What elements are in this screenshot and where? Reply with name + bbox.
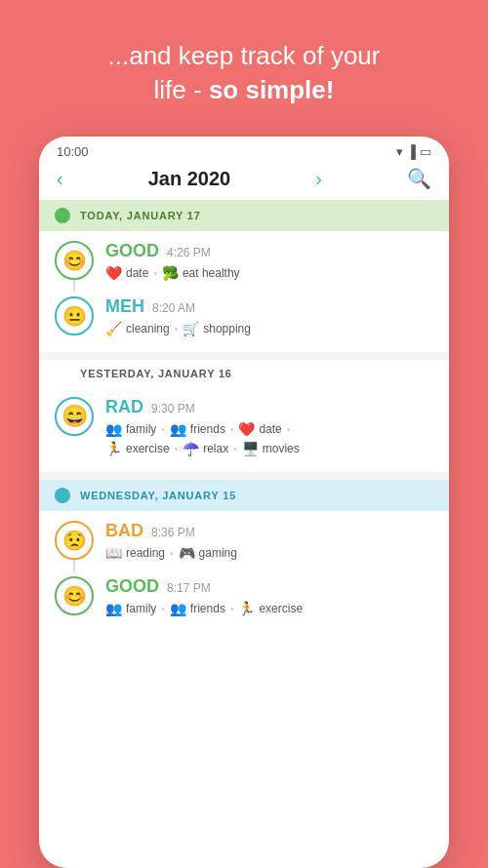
signal-icon: ▐ <box>407 144 416 159</box>
tag-label-eat: eat healthy <box>183 266 240 280</box>
month-title: Jan 2020 <box>148 168 231 190</box>
today-entries: 😊 GOOD 4:26 PM ❤️ date • 🥦 eat healthy <box>39 231 449 352</box>
entry-content-meh: MEH 8:20 AM 🧹 cleaning • 🛒 shopping <box>105 296 433 336</box>
tags-rad-2: 🏃 exercise • ☂️ relax • 🖥️ movies <box>105 441 433 456</box>
tag-label-friends: friends <box>190 422 225 436</box>
section-divider-1 <box>39 352 449 360</box>
status-time: 10:00 <box>57 144 89 159</box>
time-good: 4:26 PM <box>167 246 211 259</box>
wednesday-dot <box>55 488 70 503</box>
section-divider-2 <box>39 472 449 480</box>
tag-icon-friends2: 👥 <box>170 601 186 616</box>
emoji-good2: 😊 <box>55 576 94 615</box>
entry-good2: 😊 GOOD 8:17 PM 👥 family • 👥 friends <box>55 567 433 622</box>
tags-meh: 🧹 cleaning • 🛒 shopping <box>105 321 433 336</box>
entry-rad: 😄 RAD 9:30 PM 👥 family • 👥 friends <box>55 387 433 462</box>
entry-content-bad: BAD 8:36 PM 📖 reading • 🎮 gaming <box>105 521 433 561</box>
tag-label-date: date <box>126 266 148 280</box>
mood-label-good: GOOD <box>105 241 159 261</box>
tag-label-shopping: shopping <box>203 322 251 335</box>
wednesday-entries: 😟 BAD 8:36 PM 📖 reading • 🎮 gaming <box>39 511 449 632</box>
tag-icon-eat: 🥦 <box>162 265 179 281</box>
tag-label-reading: reading <box>126 546 165 560</box>
emoji-rad: 😄 <box>55 397 94 436</box>
day-header-yesterday: YESTERDAY, JANUARY 16 <box>39 360 449 387</box>
day-section-wednesday: WEDNESDAY, JANUARY 15 😟 BAD 8:36 PM 📖 r <box>39 480 449 632</box>
day-section-yesterday: YESTERDAY, JANUARY 16 😄 RAD 9:30 PM 👥 fa… <box>39 360 449 472</box>
tag-label-relax: relax <box>203 442 228 455</box>
entry-meh: 😐 MEH 8:20 AM 🧹 cleaning • 🛒 shopping <box>55 287 433 342</box>
tag-label-gaming: gaming <box>199 546 237 560</box>
tag-icon-shopping: 🛒 <box>183 321 199 336</box>
prev-month-button[interactable]: ‹ <box>57 168 63 190</box>
tag-icon-reading: 📖 <box>105 545 122 561</box>
tags-rad: 👥 family • 👥 friends • ❤️ date • <box>105 421 433 437</box>
today-label: TODAY, JANUARY 17 <box>80 210 201 221</box>
entry-good: 😊 GOOD 4:26 PM ❤️ date • 🥦 eat healthy <box>55 231 433 287</box>
tag-icon-gaming: 🎮 <box>179 545 195 561</box>
tag-icon-family: 👥 <box>105 421 122 437</box>
nav-bar: ‹ Jan 2020 › 🔍 <box>39 163 449 200</box>
mood-label-meh: MEH <box>105 296 144 317</box>
entry-content-good: GOOD 4:26 PM ❤️ date • 🥦 eat healthy <box>105 241 433 281</box>
tag-label-friends2: friends <box>190 602 225 615</box>
tag-icon-cleaning: 🧹 <box>105 321 122 336</box>
entry-bad: 😟 BAD 8:36 PM 📖 reading • 🎮 gaming <box>55 511 433 567</box>
tag-icon-date: ❤️ <box>105 265 122 281</box>
tag-label-cleaning: cleaning <box>126 322 170 335</box>
search-button[interactable]: 🔍 <box>407 167 431 190</box>
tags-good2: 👥 family • 👥 friends • 🏃 exercise <box>105 601 433 616</box>
time-good2: 8:17 PM <box>167 581 211 595</box>
tag-icon-date2: ❤️ <box>238 421 255 437</box>
mood-label-good2: GOOD <box>105 576 159 597</box>
scroll-area[interactable]: TODAY, JANUARY 17 😊 GOOD 4:26 PM ❤️ date <box>39 200 449 868</box>
tag-label-exercise: exercise <box>126 442 170 455</box>
tag-label-family2: family <box>126 602 156 615</box>
yesterday-label: YESTERDAY, JANUARY 16 <box>80 368 232 379</box>
tag-icon-exercise2: 🏃 <box>238 601 255 616</box>
header-line1: ...and keep track of your <box>108 41 381 70</box>
time-rad: 9:30 PM <box>151 402 195 415</box>
tag-icon-exercise: 🏃 <box>105 441 122 456</box>
tag-label-movies: movies <box>263 442 300 455</box>
tags-good: ❤️ date • 🥦 eat healthy <box>105 265 433 281</box>
phone-mockup: 10:00 ▾ ▐ ▭ ‹ Jan 2020 › 🔍 TODAY, JANUAR… <box>39 137 449 868</box>
yesterday-entries: 😄 RAD 9:30 PM 👥 family • 👥 friends <box>39 387 449 472</box>
wifi-icon: ▾ <box>396 144 403 159</box>
header-line2-bold: so simple! <box>209 75 335 104</box>
today-dot <box>55 208 70 223</box>
wednesday-label: WEDNESDAY, JANUARY 15 <box>80 490 236 501</box>
tag-label-family: family <box>126 422 156 436</box>
time-meh: 8:20 AM <box>152 301 195 315</box>
tag-label-date2: date <box>259 422 281 436</box>
day-section-today: TODAY, JANUARY 17 😊 GOOD 4:26 PM ❤️ date <box>39 200 449 352</box>
tag-icon-relax: ☂️ <box>183 441 199 456</box>
entry-content-good2: GOOD 8:17 PM 👥 family • 👥 friends • 🏃 ex… <box>105 576 433 616</box>
tag-icon-family2: 👥 <box>105 601 122 616</box>
header-section: ...and keep track of your life - so simp… <box>79 0 410 137</box>
entry-content-rad: RAD 9:30 PM 👥 family • 👥 friends • ❤️ da… <box>105 397 433 456</box>
time-bad: 8:36 PM <box>151 526 195 539</box>
battery-icon: ▭ <box>420 144 431 159</box>
status-icons: ▾ ▐ ▭ <box>396 144 431 159</box>
emoji-bad: 😟 <box>55 521 94 560</box>
mood-label-rad: RAD <box>105 397 143 417</box>
tags-bad: 📖 reading • 🎮 gaming <box>105 545 433 561</box>
day-header-wednesday: WEDNESDAY, JANUARY 15 <box>39 480 449 511</box>
mood-label-bad: BAD <box>105 521 143 541</box>
header-line2-normal: life - <box>154 75 209 104</box>
tag-icon-movies: 🖥️ <box>242 441 259 456</box>
emoji-meh: 😐 <box>55 296 94 335</box>
tag-icon-friends: 👥 <box>170 421 186 437</box>
emoji-good: 😊 <box>55 241 94 280</box>
status-bar: 10:00 ▾ ▐ ▭ <box>39 137 449 163</box>
tag-label-exercise2: exercise <box>259 602 303 615</box>
day-header-today: TODAY, JANUARY 17 <box>39 200 449 231</box>
next-month-button[interactable]: › <box>315 168 322 190</box>
